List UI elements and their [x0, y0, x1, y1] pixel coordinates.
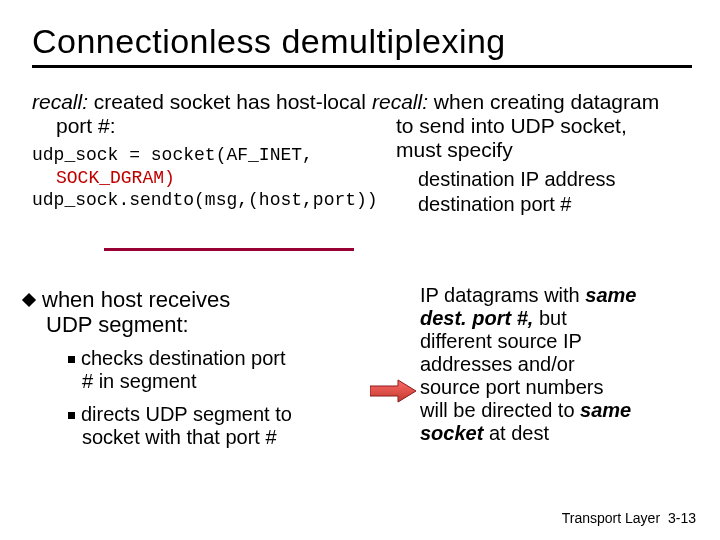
bl-sub-1b: # in segment — [68, 370, 354, 393]
br-l3: different source IP — [420, 330, 700, 353]
sub-dest-ip: destination IP address — [418, 168, 720, 191]
code-line-1b: SOCK_DGRAM) — [32, 167, 392, 190]
br-l2: dest. port #, but — [420, 307, 700, 330]
slide-title: Connectionless demultiplexing — [32, 22, 692, 68]
bl-sub-1a: checks destination port — [81, 347, 286, 369]
recall-right-line3: must specify — [372, 138, 720, 162]
code-line-2: udp_sock.sendto(msg,(host,port)) — [32, 189, 392, 212]
upper-row: recall: created socket has host-local po… — [32, 90, 692, 240]
slide: Connectionless demultiplexing recall: cr… — [0, 0, 720, 540]
br-l7b: at dest — [483, 422, 549, 444]
recall-right-sublist: destination IP address destination port … — [372, 168, 720, 216]
recall-right-block: recall: when creating datagram to send i… — [372, 90, 720, 216]
footer-label: Transport Layer — [562, 510, 660, 526]
svg-marker-0 — [370, 380, 416, 402]
br-l2b: but — [533, 307, 566, 329]
br-l6b: same — [580, 399, 631, 421]
bl-sub-1: checks destination port # in segment — [24, 347, 354, 393]
recall-left-port: port #: — [32, 114, 392, 138]
sub-dest-port: destination port # — [418, 193, 720, 216]
divider-line — [104, 248, 354, 251]
bottom-right-block: IP datagrams with same dest. port #, but… — [420, 284, 700, 445]
recall-right-text: when creating datagram — [428, 90, 659, 113]
br-l1a: IP datagrams with — [420, 284, 585, 306]
square-bullet-icon-2 — [68, 412, 75, 419]
br-l7a: socket — [420, 422, 483, 444]
bl-sub-2: directs UDP segment to socket with that … — [24, 403, 354, 449]
code-block: udp_sock = socket(AF_INET, SOCK_DGRAM) u… — [32, 144, 392, 212]
bl-sub-2b: socket with that port # — [68, 426, 354, 449]
recall-left-text: created socket has host-local — [88, 90, 366, 113]
bl-main: when host receives UDP segment: — [24, 288, 354, 337]
code-1a: udp_sock = socket(AF_INET, — [32, 145, 313, 165]
br-l1: IP datagrams with same — [420, 284, 700, 307]
bl-sub-2a: directs UDP segment to — [81, 403, 292, 425]
footer: Transport Layer 3-13 — [562, 510, 696, 526]
square-bullet-icon — [68, 356, 75, 363]
code-line-1: udp_sock = socket(AF_INET, — [32, 144, 392, 167]
br-l7: socket at dest — [420, 422, 700, 445]
recall-right-line2: to send into UDP socket, — [372, 114, 720, 138]
br-l1b: same — [585, 284, 636, 306]
arrow-icon — [370, 378, 416, 404]
recall-left-block: recall: created socket has host-local po… — [32, 90, 392, 212]
br-l2a: dest. port #, — [420, 307, 533, 329]
recall-prefix-r: recall: — [372, 90, 428, 113]
footer-page: 3-13 — [668, 510, 696, 526]
code-1b: SOCK_DGRAM) — [56, 168, 175, 188]
br-l6: will be directed to same — [420, 399, 700, 422]
bottom-left-block: when host receives UDP segment: checks d… — [24, 288, 354, 449]
bl-main-1: when host receives — [42, 287, 230, 312]
br-l4: addresses and/or — [420, 353, 700, 376]
br-l5: source port numbers — [420, 376, 700, 399]
bl-main-2: UDP segment: — [24, 313, 354, 338]
recall-left-line1: recall: created socket has host-local — [32, 90, 392, 114]
recall-prefix: recall: — [32, 90, 88, 113]
recall-right-line1: recall: when creating datagram — [372, 90, 720, 114]
diamond-bullet-icon — [22, 293, 36, 307]
br-l6a: will be directed to — [420, 399, 580, 421]
